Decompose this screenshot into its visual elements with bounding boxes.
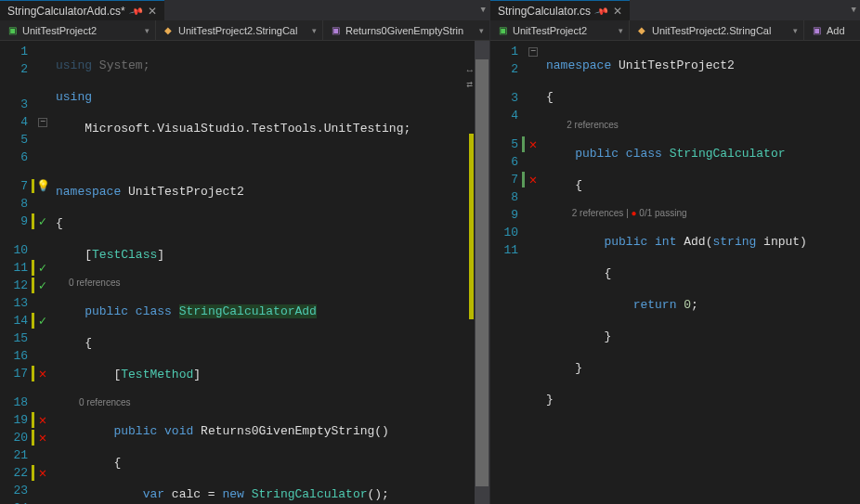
- scrollbar-thumb[interactable]: [476, 59, 489, 486]
- line-number: 17: [0, 367, 32, 381]
- overview-mark: [469, 134, 474, 319]
- line-number: 3: [490, 91, 522, 105]
- line-number: 12: [0, 278, 32, 292]
- nav-member[interactable]: ▣ Returns0GivenEmptyStrin ▾: [323, 20, 489, 40]
- line-number: 6: [490, 155, 522, 169]
- nav-class[interactable]: ◆ UnitTestProject2.StringCal ▾: [630, 20, 804, 40]
- pin-icon[interactable]: 📌: [594, 4, 609, 19]
- method-icon: ▣: [329, 24, 342, 37]
- line-number: 11: [0, 261, 32, 275]
- tab-label: StringCalculatorAdd.cs*: [7, 5, 125, 18]
- class-icon: ◆: [162, 24, 175, 37]
- test-pass-icon: ✓: [39, 313, 46, 329]
- chevron-down-icon: ▾: [145, 26, 150, 35]
- nav-member-label: Returns0GivenEmptyStrin: [345, 25, 463, 36]
- line-number: 3: [0, 97, 32, 111]
- pin-icon[interactable]: 📌: [129, 4, 144, 19]
- codelens-references[interactable]: 0 references: [69, 278, 121, 288]
- line-number: 5: [490, 137, 522, 151]
- line-number: 6: [0, 150, 32, 164]
- test-fail-icon: ✕: [39, 412, 46, 428]
- gutter: 1 2 3 4− 5 6 7💡 8 9✓ 10 11✓ 12✓ 13 14✓ 1…: [0, 41, 56, 504]
- nav-project-label: UnitTestProject2: [22, 25, 97, 36]
- close-icon[interactable]: ✕: [148, 5, 157, 18]
- class-icon: ◆: [635, 24, 648, 37]
- nav-bar: ▣ UnitTestProject2 ▾ ◆ UnitTestProject2.…: [0, 20, 489, 41]
- line-number: 19: [0, 413, 32, 427]
- editor-right[interactable]: 1− 2 3 4 5✕ 6 7✕ 8 9 10 11 namespace Uni…: [490, 41, 860, 504]
- line-number: 2: [490, 62, 522, 76]
- test-fail-icon: ✕: [529, 136, 537, 152]
- fold-icon[interactable]: −: [38, 118, 47, 127]
- test-fail-icon: ✕: [39, 366, 46, 381]
- line-number: 20: [0, 431, 32, 445]
- line-number: 21: [0, 448, 32, 462]
- line-number: 4: [0, 115, 32, 129]
- nav-bar: ▣ UnitTestProject2 ▾ ◆ UnitTestProject2.…: [490, 20, 860, 41]
- lightbulb-icon[interactable]: 💡: [36, 179, 50, 193]
- test-fail-icon: ✕: [39, 465, 46, 481]
- test-pass-icon: ✓: [39, 278, 46, 293]
- chevron-down-icon: ▾: [793, 26, 798, 35]
- close-icon[interactable]: ✕: [613, 5, 622, 18]
- tab-label: StringCalculator.cs: [498, 5, 591, 18]
- csharp-project-icon: ▣: [6, 24, 19, 37]
- line-number: 9: [0, 214, 32, 228]
- chevron-down-icon: ▾: [619, 26, 623, 35]
- chevron-down-icon[interactable]: ▼: [481, 6, 486, 15]
- test-fail-icon: ✕: [529, 172, 537, 187]
- nav-class[interactable]: ◆ UnitTestProject2.StringCal ▾: [156, 20, 323, 40]
- line-number: 10: [0, 243, 32, 257]
- scrollbar-vertical[interactable]: [475, 41, 489, 504]
- line-number: 9: [490, 208, 522, 222]
- line-number: 8: [490, 190, 522, 204]
- line-number: 14: [0, 314, 32, 328]
- line-number: 8: [0, 197, 32, 211]
- code-area[interactable]: namespace UnitTestProject2 { 2 reference…: [546, 41, 860, 504]
- editor-pane-right: StringCalculator.cs 📌 ✕ ▼ ▣ UnitTestProj…: [490, 0, 860, 504]
- gutter: 1− 2 3 4 5✕ 6 7✕ 8 9 10 11: [490, 41, 546, 504]
- tab-stringcalculator[interactable]: StringCalculator.cs 📌 ✕: [490, 0, 630, 20]
- line-number: 1: [490, 45, 522, 58]
- line-number: 15: [0, 331, 32, 345]
- tab-bar: StringCalculator.cs 📌 ✕ ▼: [490, 0, 860, 20]
- line-number: 7: [490, 173, 522, 187]
- chevron-down-icon: ▾: [479, 26, 484, 35]
- nav-class-label: UnitTestProject2.StringCal: [178, 25, 297, 36]
- csharp-project-icon: ▣: [496, 24, 509, 37]
- nav-member-label: Add: [827, 25, 845, 36]
- nav-project[interactable]: ▣ UnitTestProject2 ▾: [490, 20, 630, 40]
- test-pass-icon: ✓: [39, 260, 46, 276]
- method-icon: ▣: [810, 24, 823, 37]
- tab-bar: StringCalculatorAdd.cs* 📌 ✕ ▼: [0, 0, 489, 20]
- line-number: 7: [0, 179, 32, 193]
- line-number: 16: [0, 349, 32, 363]
- line-number: 1: [0, 45, 32, 58]
- test-fail-icon: ✕: [39, 430, 46, 446]
- codelens-references[interactable]: 2 references: [567, 120, 619, 130]
- fold-icon[interactable]: −: [528, 47, 538, 57]
- line-number: 5: [0, 133, 32, 147]
- nav-member[interactable]: ▣ Add: [804, 20, 860, 40]
- codelens-references[interactable]: 0 references: [79, 397, 131, 407]
- editor-pane-left: StringCalculatorAdd.cs* 📌 ✕ ▼ ▣ UnitTest…: [0, 0, 490, 504]
- line-number: 11: [490, 243, 522, 257]
- editor-left[interactable]: ↔ ⇄ 1 2 3 4− 5 6 7💡 8 9✓ 10 11✓ 12✓ 13 1…: [0, 41, 489, 504]
- line-number: 22: [0, 466, 32, 480]
- nav-class-label: UnitTestProject2.StringCal: [652, 25, 771, 36]
- line-number: 18: [0, 395, 32, 409]
- line-number: 23: [0, 484, 32, 498]
- nav-project-label: UnitTestProject2: [513, 25, 587, 36]
- chevron-down-icon[interactable]: ▼: [852, 6, 856, 15]
- code-area[interactable]: using System; using Microsoft.VisualStud…: [56, 41, 489, 504]
- line-number: 4: [490, 109, 522, 123]
- tab-stringcalculatoradd[interactable]: StringCalculatorAdd.cs* 📌 ✕: [0, 0, 164, 20]
- chevron-down-icon: ▾: [312, 26, 317, 35]
- line-number: 13: [0, 296, 32, 310]
- test-pass-icon: ✓: [39, 213, 46, 229]
- nav-project[interactable]: ▣ UnitTestProject2 ▾: [0, 20, 156, 40]
- line-number: 2: [0, 62, 32, 76]
- line-number: 10: [490, 226, 522, 239]
